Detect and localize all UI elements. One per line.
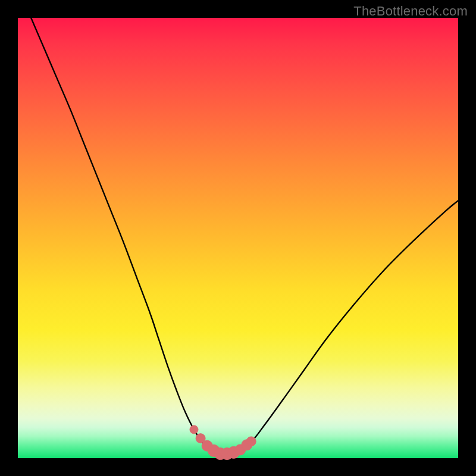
curve-svg — [18, 18, 458, 458]
chart-frame: TheBottleneck.com — [0, 0, 476, 476]
valley-markers — [190, 425, 256, 460]
watermark-text: TheBottleneck.com — [353, 4, 468, 19]
plot-area — [18, 18, 458, 458]
valley-marker — [246, 437, 256, 446]
valley-marker — [190, 425, 198, 434]
bottleneck-curve — [31, 18, 458, 454]
